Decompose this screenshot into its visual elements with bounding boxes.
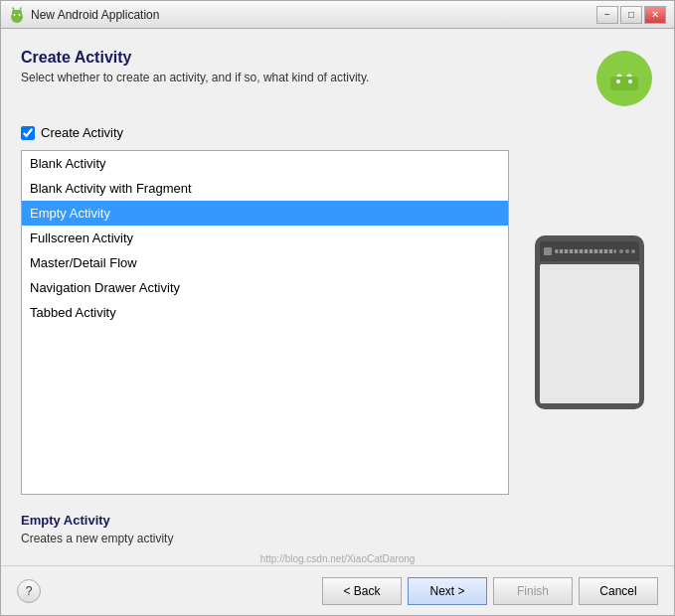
window-controls: − □ ✕ [596, 6, 666, 24]
header-row: Create Activity Select whether to create… [21, 49, 654, 111]
footer: ? < Back Next > Finish Cancel [1, 565, 674, 615]
header-text: Create Activity Select whether to create… [21, 49, 369, 84]
svg-point-17 [634, 63, 638, 67]
svg-rect-13 [627, 92, 632, 100]
phone-top-bar [540, 241, 639, 261]
finish-button[interactable]: Finish [493, 577, 573, 605]
create-activity-row: Create Activity [21, 125, 654, 140]
phone-dot-2 [625, 249, 629, 253]
list-item-empty[interactable]: Empty Activity [22, 201, 508, 226]
svg-point-19 [616, 79, 620, 83]
list-item-nav-drawer[interactable]: Navigation Drawer Activity [22, 275, 508, 300]
svg-point-20 [628, 79, 632, 83]
back-button[interactable]: < Back [322, 577, 402, 605]
page-title: Create Activity [21, 49, 369, 67]
main-window: New Android Application − □ ✕ Create Act… [0, 0, 675, 616]
svg-line-4 [13, 8, 14, 10]
android-logo [594, 49, 654, 111]
window-icon [9, 7, 25, 23]
create-activity-checkbox[interactable] [21, 126, 35, 140]
phone-screen [540, 264, 639, 403]
phone-dot-3 [631, 249, 635, 253]
description-title: Empty Activity [21, 513, 654, 528]
help-button[interactable]: ? [17, 579, 41, 603]
phone-dot-1 [619, 249, 623, 253]
footer-left: ? [17, 579, 41, 603]
list-item-tabbed[interactable]: Tabbed Activity [22, 300, 508, 325]
title-bar: New Android Application − □ ✕ [1, 1, 674, 29]
activity-list[interactable]: Blank ActivityBlank Activity with Fragme… [21, 150, 509, 495]
watermark: http://blog.csdn.net/XiaoCatDarong [260, 553, 416, 564]
content-area: Create Activity Select whether to create… [1, 29, 674, 565]
phone-mockup [535, 235, 644, 409]
svg-rect-18 [610, 77, 638, 90]
list-item-blank[interactable]: Blank Activity [22, 151, 508, 176]
svg-rect-1 [12, 10, 22, 17]
list-item-fullscreen[interactable]: Fullscreen Activity [22, 226, 508, 250]
description-area: Empty Activity Creates a new empty activ… [21, 513, 654, 545]
svg-point-3 [19, 14, 21, 16]
svg-point-2 [14, 14, 16, 16]
page-subtitle: Select whether to create an activity, an… [21, 71, 369, 84]
svg-rect-12 [616, 92, 621, 100]
list-item-master-detail[interactable]: Master/Detail Flow [22, 250, 508, 275]
cancel-button[interactable]: Cancel [579, 577, 658, 605]
phone-preview [525, 150, 654, 495]
minimize-button[interactable]: − [596, 6, 618, 24]
phone-squiggle [555, 249, 616, 253]
close-button[interactable]: ✕ [644, 6, 666, 24]
footer-buttons: < Back Next > Finish Cancel [322, 577, 658, 605]
next-button[interactable]: Next > [408, 577, 487, 605]
create-activity-label: Create Activity [41, 125, 123, 140]
description-text: Creates a new empty activity [21, 532, 654, 545]
maximize-button[interactable]: □ [620, 6, 642, 24]
phone-dots [619, 249, 635, 253]
svg-line-5 [20, 8, 21, 10]
list-item-blank-fragment[interactable]: Blank Activity with Fragment [22, 176, 508, 201]
phone-indicator [544, 247, 552, 255]
window-title: New Android Application [31, 8, 591, 22]
svg-point-16 [610, 63, 614, 67]
main-panel: Blank ActivityBlank Activity with Fragme… [21, 150, 654, 495]
